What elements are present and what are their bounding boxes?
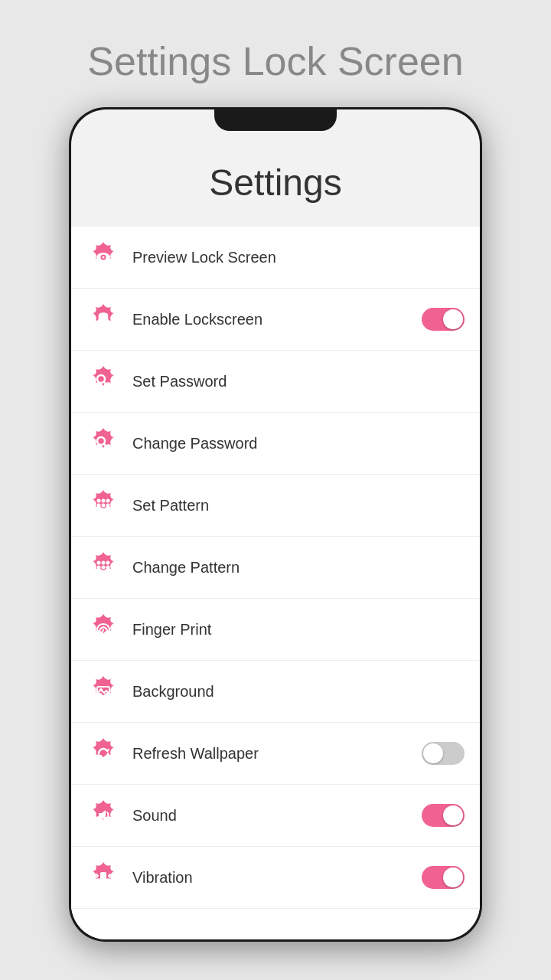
svg-point-9 <box>97 504 101 508</box>
sound-toggle[interactable] <box>422 804 465 827</box>
vibration-label: Vibration <box>132 869 422 887</box>
lock-icon <box>86 302 120 336</box>
svg-point-21 <box>97 570 101 574</box>
sound-label: Sound <box>132 807 422 825</box>
set-password-label: Set Password <box>132 373 465 390</box>
change-pattern-label: Change Pattern <box>132 559 465 577</box>
image-icon <box>86 675 120 708</box>
svg-point-15 <box>97 561 101 565</box>
svg-point-14 <box>106 508 110 512</box>
svg-rect-27 <box>100 872 106 883</box>
svg-point-18 <box>97 566 101 570</box>
finger-print-label: Finger Print <box>132 621 465 639</box>
svg-point-22 <box>102 570 106 574</box>
background-label: Background <box>132 683 465 701</box>
refresh-icon <box>86 737 120 770</box>
svg-point-17 <box>106 561 110 565</box>
settings-item-preview-lock-screen[interactable]: Preview Lock Screen <box>71 227 480 289</box>
svg-point-19 <box>102 566 106 570</box>
svg-rect-3 <box>98 318 109 326</box>
settings-item-set-pattern[interactable]: Set Pattern <box>71 475 480 537</box>
svg-point-11 <box>106 504 110 508</box>
svg-point-16 <box>102 561 106 565</box>
key2-icon <box>86 426 120 460</box>
pattern-icon <box>86 488 120 522</box>
settings-heading: Settings <box>71 131 480 227</box>
refresh-wallpaper-toggle[interactable] <box>422 742 465 765</box>
svg-point-2 <box>103 256 105 259</box>
settings-list: Preview Lock Screen Enable Lockscreen <box>71 227 480 939</box>
svg-point-12 <box>97 508 101 512</box>
svg-point-20 <box>106 566 110 570</box>
enable-lockscreen-toggle[interactable] <box>422 308 465 331</box>
fingerprint-icon <box>86 612 120 646</box>
vibration-icon <box>86 861 120 894</box>
key-icon <box>86 364 120 398</box>
settings-item-refresh-wallpaper[interactable]: Refresh Wallpaper <box>71 723 480 785</box>
svg-point-7 <box>102 499 106 503</box>
svg-point-10 <box>102 504 106 508</box>
eye-icon <box>86 240 120 274</box>
vibration-toggle[interactable] <box>422 866 465 889</box>
refresh-wallpaper-label: Refresh Wallpaper <box>132 745 422 763</box>
settings-item-enable-lockscreen[interactable]: Enable Lockscreen <box>71 289 480 351</box>
enable-lockscreen-label: Enable Lockscreen <box>132 311 422 328</box>
svg-point-8 <box>106 499 110 503</box>
settings-item-background[interactable]: Background <box>71 661 480 723</box>
svg-point-13 <box>102 508 106 512</box>
change-password-label: Change Password <box>132 435 465 452</box>
phone-notch <box>214 109 337 131</box>
page-title: Settings Lock Screen <box>0 38 551 84</box>
phone-frame: Settings Preview Lock Screen <box>69 107 482 942</box>
preview-lock-screen-label: Preview Lock Screen <box>132 249 465 266</box>
settings-item-set-password[interactable]: Set Password <box>71 351 480 413</box>
svg-point-23 <box>106 570 110 574</box>
settings-item-sound[interactable]: Sound <box>71 785 480 847</box>
svg-point-6 <box>97 499 101 503</box>
settings-item-vibration[interactable]: Vibration <box>71 847 480 909</box>
set-pattern-label: Set Pattern <box>132 497 465 514</box>
pattern2-icon <box>86 550 120 584</box>
settings-item-finger-print[interactable]: Finger Print <box>71 599 480 661</box>
sound-icon <box>86 799 120 832</box>
settings-item-change-pattern[interactable]: Change Pattern <box>71 537 480 599</box>
settings-item-change-password[interactable]: Change Password <box>71 413 480 475</box>
phone-inner: Settings Preview Lock Screen <box>71 109 480 939</box>
